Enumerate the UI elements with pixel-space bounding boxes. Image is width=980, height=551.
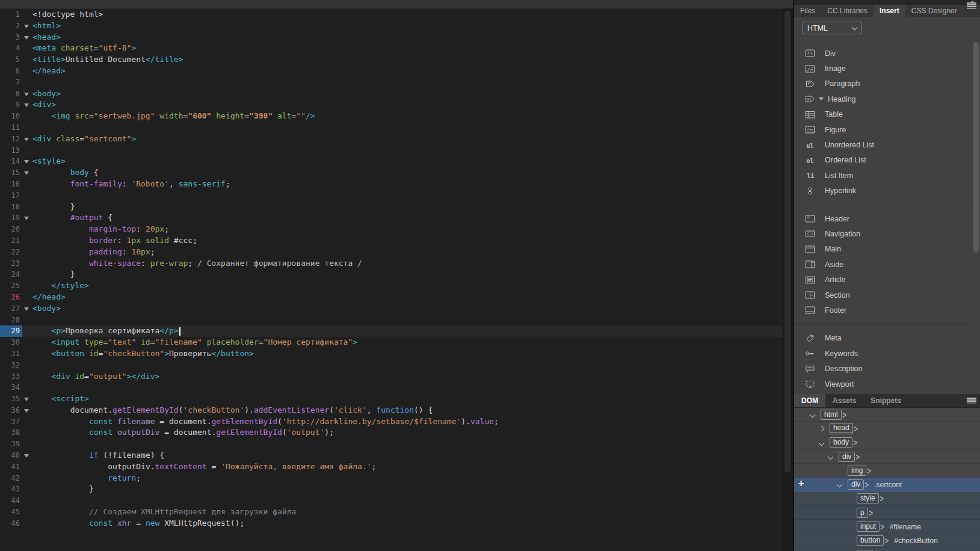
chevron-right-icon[interactable] (819, 426, 825, 432)
code-line[interactable]: 17 (0, 190, 782, 202)
code-line[interactable]: 39 (0, 439, 782, 450)
insert-item-ordered-list[interactable]: olOrdered List (794, 153, 973, 168)
code-fold-arrow-icon[interactable] (24, 307, 29, 311)
tab-dom[interactable]: DOM (794, 394, 825, 407)
insert-item-heading[interactable]: H1Heading (794, 91, 973, 106)
dom-tag-pill[interactable]: body (830, 437, 852, 448)
dom-node-div[interactable]: div> (794, 450, 980, 464)
code-line[interactable]: 12<div class="sertcont"> (0, 134, 782, 145)
code-line[interactable]: 45// Создаем XMLHttpRequest для загрузки… (0, 506, 782, 518)
code-fold-arrow-icon[interactable] (24, 160, 29, 164)
code-line[interactable]: 26</head> (0, 292, 782, 303)
dom-tag-pill[interactable]: div (848, 479, 864, 490)
code-line[interactable]: 1<!doctype html> (0, 9, 782, 20)
editor-vertical-scrollbar[interactable] (783, 8, 793, 551)
tab-insert[interactable]: Insert (874, 5, 905, 17)
dom-node-button-checkButton[interactable]: button>#checkButton (794, 534, 980, 548)
code-line[interactable]: 20margin-top: 20px; (0, 224, 782, 235)
insert-item-description[interactable]: Description (794, 361, 973, 376)
dom-panel-menu-icon[interactable] (967, 398, 976, 404)
code-line[interactable]: 22padding: 10px; (0, 247, 782, 258)
code-line[interactable]: 41outputDiv.textContent = 'Пожалуйста, в… (0, 461, 782, 473)
code-line[interactable]: 25</style> (0, 280, 782, 292)
insert-item-table[interactable]: Table (794, 107, 973, 122)
code-line[interactable]: 38const outputDiv = document.getElementB… (0, 427, 782, 439)
tab-css-designer[interactable]: CSS Designer (905, 5, 963, 17)
dom-tag-pill[interactable]: button (857, 535, 884, 546)
code-line[interactable]: 27<body> (0, 303, 782, 315)
code-line[interactable]: 35<script> (0, 393, 782, 405)
code-line[interactable]: 36document.getElementById('checkButton')… (0, 405, 782, 416)
insert-item-paragraph[interactable]: PParagraph (794, 76, 973, 91)
dom-tag-pill[interactable]: div (839, 452, 855, 462)
add-element-button[interactable]: + (798, 478, 804, 489)
code-fold-arrow-icon[interactable] (24, 217, 29, 220)
code-line[interactable]: 9<div> (0, 99, 782, 111)
insert-item-viewport[interactable]: Viewport (794, 377, 973, 392)
dom-tag-pill[interactable]: img (848, 466, 866, 476)
code-line[interactable]: 15body { (0, 167, 782, 179)
code-line[interactable]: 29<p>Проверка сертификата</p> (0, 325, 782, 337)
tab-assets[interactable]: Assets (825, 394, 863, 407)
dom-node-style[interactable]: style> (794, 492, 980, 506)
insert-item-article[interactable]: Article (794, 272, 973, 287)
insert-item-image[interactable]: Image (794, 61, 973, 76)
code-line[interactable]: 33<div id="output"></div> (0, 371, 782, 383)
insert-category-dropdown[interactable]: HTML (803, 22, 861, 34)
code-line[interactable]: 13 (0, 145, 782, 156)
code-line[interactable]: 4<meta charset="utf-8"> (0, 43, 782, 54)
dom-tag-pill[interactable]: input (857, 522, 880, 532)
code-line[interactable]: 2<html> (0, 20, 782, 32)
dom-node-p[interactable]: p> (794, 506, 980, 520)
code-line[interactable]: 44 (0, 495, 782, 506)
code-line[interactable]: 24} (0, 269, 782, 280)
code-line[interactable]: 31<button id="checkButton">Проверить</bu… (0, 348, 782, 360)
tab-cc-libraries[interactable]: CC Libraries (821, 5, 874, 17)
code-line[interactable]: 11 (0, 122, 782, 134)
dom-tag-pill[interactable]: html (821, 410, 842, 420)
code-line[interactable]: 21border: 1px solid #ccc; (0, 235, 782, 247)
insert-item-aside[interactable]: Aside (794, 257, 973, 272)
insert-item-footer[interactable]: Footer (794, 303, 973, 318)
insert-item-navigation[interactable]: Navigation (794, 226, 973, 241)
insert-item-figure[interactable]: Figure (794, 122, 973, 137)
code-fold-arrow-icon[interactable] (24, 398, 29, 401)
insert-item-keywords[interactable]: Keywords (794, 346, 973, 361)
insert-item-unordered-list[interactable]: ulUnordered List (794, 137, 973, 152)
tab-snippets[interactable]: Snippets (863, 394, 908, 407)
code-line[interactable]: 16font-family: 'Roboto', sans-serif; (0, 179, 782, 190)
editor-scrollbar-thumb[interactable] (784, 11, 790, 473)
dom-tag-pill[interactable]: style (857, 493, 879, 503)
insert-item-div[interactable]: Div (794, 46, 973, 61)
code-editor[interactable]: 1<!doctype html>2<html>3<head>4<meta cha… (0, 0, 793, 551)
insert-item-meta[interactable]: Meta (794, 331, 973, 346)
chevron-down-icon[interactable] (810, 412, 816, 418)
code-fold-arrow-icon[interactable] (24, 409, 29, 413)
code-line[interactable]: 30<input type="text" id="filename" place… (0, 337, 782, 348)
code-fold-arrow-icon[interactable] (24, 36, 29, 40)
chevron-down-icon[interactable] (828, 454, 834, 460)
code-line[interactable]: 42return; (0, 473, 782, 484)
insert-item-list-item[interactable]: liList Item (794, 168, 973, 183)
code-fold-arrow-icon[interactable] (24, 454, 29, 458)
chevron-down-icon[interactable] (819, 440, 825, 446)
code-line[interactable]: 10<img src="sertweb.jpg" width="600" hei… (0, 111, 782, 122)
dom-node-img[interactable]: img> (794, 464, 980, 478)
code-line[interactable]: 19#output { (0, 212, 782, 224)
code-fold-arrow-icon[interactable] (24, 25, 29, 28)
panel-menu-icon[interactable] (967, 2, 976, 9)
code-fold-arrow-icon[interactable] (24, 138, 29, 141)
chevron-down-icon[interactable] (837, 482, 843, 488)
code-line[interactable]: 32 (0, 360, 782, 371)
dom-node-html[interactable]: html> (794, 408, 980, 422)
heading-options-arrow-icon[interactable] (819, 97, 824, 100)
code-fold-arrow-icon[interactable] (24, 171, 29, 175)
code-line[interactable]: 43} (0, 484, 782, 495)
dom-node-body[interactable]: body> (794, 436, 980, 450)
code-line[interactable]: 18} (0, 202, 782, 213)
insert-item-main[interactable]: Main (794, 242, 973, 257)
code-fold-arrow-icon[interactable] (24, 103, 29, 107)
insert-item-section[interactable]: Section (794, 288, 973, 303)
insert-item-header[interactable]: Header (794, 211, 973, 226)
insert-scrollbar-thumb[interactable] (973, 42, 979, 253)
